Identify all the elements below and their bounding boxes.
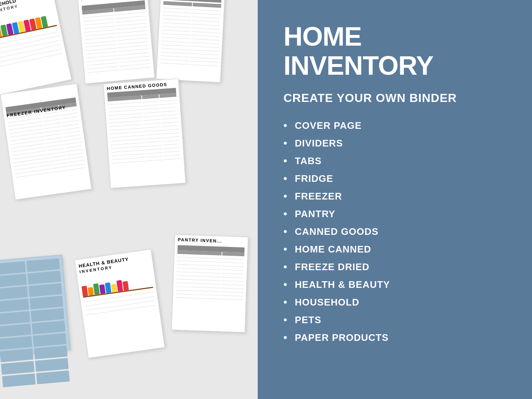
card-health-beauty: HEALTH & BEAUTY INVENTORY: [74, 249, 165, 359]
col-line: [146, 150, 163, 154]
col-product: [82, 8, 119, 74]
tab-item: [0, 274, 27, 288]
tab-item: [29, 296, 63, 310]
tab-item: [0, 324, 31, 338]
col-line: [162, 134, 179, 138]
tab-item: [27, 271, 61, 285]
col-line: [190, 44, 219, 48]
col-line: [190, 62, 218, 66]
col-line: [222, 271, 244, 274]
list-item-cover-page: COVER PAGE: [283, 120, 510, 131]
col-line: [162, 138, 179, 142]
tab-item: [36, 370, 70, 384]
col-line: [192, 7, 221, 11]
col-line: [162, 31, 190, 35]
col-line: [176, 295, 220, 299]
col-line: [161, 42, 190, 46]
col-line: [161, 120, 178, 123]
list-item-freeze-dried: FREEZE DRIED: [283, 261, 510, 273]
subtitle: CREATE YOUR OWN BINDER: [283, 91, 510, 105]
col-line: [177, 262, 221, 266]
col-line: [144, 128, 161, 132]
col-line: [221, 278, 243, 282]
col-line: [176, 284, 221, 288]
col-line: [221, 289, 243, 293]
list-item-label: TABS: [295, 155, 322, 167]
tab-item: [31, 308, 64, 322]
col-line: [176, 288, 220, 292]
col-line: [145, 143, 162, 146]
col-product: [108, 96, 146, 165]
col-line: [163, 153, 180, 156]
tab-item: [35, 358, 68, 372]
tab-item: [28, 283, 62, 297]
col-line: [191, 22, 220, 26]
col-line: [191, 29, 220, 33]
col-line: [191, 33, 220, 37]
col-line: [191, 25, 220, 29]
top-right-columns: [160, 1, 221, 67]
list-item-paper-products: PAPER PRODUCTS: [283, 332, 510, 343]
col-line: [161, 53, 189, 57]
col-line: [176, 280, 221, 285]
col-line: [144, 121, 161, 124]
col: [176, 250, 222, 300]
col-line: [192, 11, 221, 15]
col-line: [163, 13, 191, 17]
col-line: [191, 40, 219, 44]
pantry-cols: [176, 250, 244, 301]
col-line: [146, 158, 163, 161]
tab-item: [1, 361, 35, 375]
card-freezer: FREEZER INVENTORY: [0, 84, 92, 200]
col-line: [222, 264, 244, 267]
col-header: [142, 94, 159, 99]
col-line: [163, 6, 192, 10]
col-line: [163, 142, 180, 145]
tabs-grid: [0, 255, 70, 356]
list-item-label: PAPER PRODUCTS: [295, 332, 389, 343]
list-item-label: FREEZE DRIED: [295, 261, 370, 273]
card-top-right: [156, 0, 225, 82]
col-line: [191, 36, 219, 40]
col-line: [163, 9, 191, 13]
col-line: [190, 51, 219, 55]
right-panel: HOME INVENTORY CREATE YOUR OWN BINDER CO…: [258, 0, 532, 399]
jar: [93, 283, 100, 295]
col-line: [161, 109, 177, 112]
list-item-freezer: FREEZER: [283, 190, 510, 202]
card-pantry: PANTRY INVEN...: [172, 234, 249, 333]
col-line: [221, 282, 243, 285]
col-line: [177, 273, 221, 277]
list-item-label: HEALTH & BEAUTY: [295, 279, 390, 290]
col-line: [221, 293, 243, 296]
col-line: [163, 149, 180, 153]
card-home-canned: HOME CANNED GOODS: [103, 78, 186, 188]
col-line: [163, 145, 180, 149]
list-item-label: PANTRY: [295, 208, 335, 220]
col-line: [145, 146, 162, 150]
jar: [99, 284, 105, 294]
col-line: [222, 275, 244, 278]
col-line: [145, 139, 162, 143]
list-item-label: HOME CANNED: [295, 244, 371, 255]
col: [160, 1, 192, 66]
col-line: [160, 98, 177, 101]
col-line: [190, 55, 219, 59]
list-item-label: PETS: [295, 314, 321, 326]
list-item-pets: PETS: [283, 314, 510, 326]
col-line: [160, 101, 177, 105]
tab-item: [2, 373, 35, 387]
col-line: [142, 99, 159, 102]
canned-cols: [108, 93, 181, 165]
col-line: [160, 105, 177, 109]
col-line: [144, 124, 161, 128]
feature-list: COVER PAGE DIVIDERS TABS FRIDGE FREEZER …: [283, 120, 510, 349]
col-line: [161, 112, 178, 116]
col-line: [192, 14, 221, 18]
col-line: [162, 20, 191, 24]
col-line: [162, 24, 191, 28]
col-line: [146, 154, 163, 158]
col-line: [162, 35, 190, 39]
list-item-home-canned: HOME CANNED: [283, 243, 510, 255]
tab-item: [0, 286, 28, 300]
